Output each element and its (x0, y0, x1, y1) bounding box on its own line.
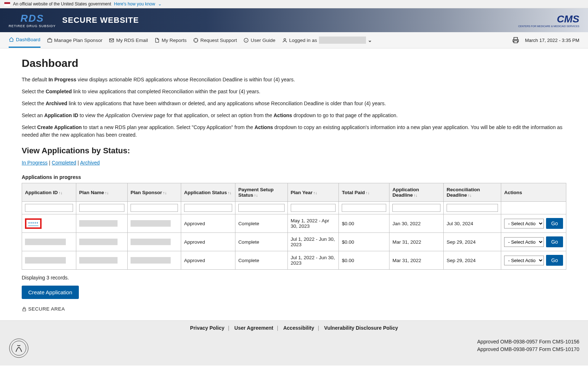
chevron-down-icon[interactable]: ⌄ (158, 1, 162, 7)
go-button[interactable]: Go (546, 218, 563, 229)
lock-icon (22, 307, 27, 312)
user-icon (282, 38, 287, 43)
view-by-status-heading: View Applications by Status: (22, 146, 566, 155)
main-content: Dashboard The default In Progress view d… (0, 48, 588, 320)
mail-icon (109, 38, 114, 43)
page-title: Dashboard (22, 57, 566, 69)
cms-logo: CMS CENTERS FOR MEDICARE & MEDICAID SERV… (518, 13, 579, 27)
plan-sponsor-redacted (131, 220, 171, 227)
rds-logo: RDS RETIREE DRUG SUBSIDY (9, 13, 56, 28)
sort-icon: ↑↓ (468, 193, 472, 197)
select-action[interactable]: - Select Action - (504, 256, 544, 265)
plan-name-redacted (79, 239, 118, 245)
us-flag-icon (4, 2, 10, 6)
cell-application-deadline: Mar 31, 2022 (389, 251, 444, 270)
application-id-link[interactable]: ***** (28, 221, 38, 226)
col-plan-year[interactable]: Plan Year↑↓ (287, 183, 339, 202)
filter-total-paid[interactable] (342, 204, 386, 212)
chevron-down-icon[interactable]: ⌄ (368, 37, 372, 43)
nav-logged-in[interactable]: Logged in as ⌄ (282, 32, 372, 48)
filter-payment-status[interactable] (238, 204, 285, 212)
table-row: *****ApprovedCompleteMay 1, 2022 - Apr 3… (22, 214, 566, 233)
go-button[interactable]: Go (546, 236, 563, 247)
gov-banner: An official website of the United States… (0, 0, 588, 8)
go-button[interactable]: Go (546, 255, 563, 266)
filter-plan-sponsor[interactable] (131, 204, 178, 212)
col-plan-sponsor[interactable]: Plan Sponsor↑↓ (128, 183, 181, 202)
gov-banner-link[interactable]: Here's how you know (114, 1, 155, 7)
nav-dashboard[interactable]: DashBoard (9, 33, 41, 48)
svg-point-5 (9, 339, 28, 358)
table-row: ApprovedCompleteJul 1, 2022 - Jun 30, 20… (22, 233, 566, 251)
application-id-highlight: ***** (25, 218, 42, 229)
link-user-agreement[interactable]: User Agreement (234, 325, 273, 331)
col-reconciliation-deadline[interactable]: Reconciliation Deadline↑↓ (443, 183, 501, 202)
col-actions: Actions (501, 183, 566, 202)
filter-reconciliation-deadline[interactable] (447, 204, 498, 212)
col-total-paid[interactable]: Total Paid↑↓ (339, 183, 389, 202)
plan-sponsor-redacted (131, 257, 171, 264)
sort-icon: ↑↓ (254, 193, 258, 197)
footer-bottom: Approved OMB-0938-0957 Form CMS-10156 Ap… (0, 335, 588, 366)
records-count: Displaying 3 records. (22, 275, 566, 281)
briefcase-icon (47, 38, 52, 43)
nav-bar: DashBoard Manage Plan Sponsor My RDS Ema… (0, 32, 588, 48)
col-application-id[interactable]: Application ID↑↓ (22, 183, 76, 202)
sort-icon: ↑↓ (366, 191, 370, 195)
svg-rect-0 (47, 39, 51, 42)
nav-my-rds-email[interactable]: My RDS Email (109, 33, 148, 47)
filter-plan-name[interactable] (79, 204, 124, 212)
filter-application-id[interactable] (25, 204, 73, 212)
home-icon (9, 37, 14, 42)
status-links: In Progress | Completed | Archived (22, 160, 566, 166)
sort-icon: ↑↓ (313, 191, 317, 195)
col-application-deadline[interactable]: Application Deadline↑↓ (389, 183, 444, 202)
cell-reconciliation-deadline: Sep 29, 2024 (443, 233, 501, 251)
select-action[interactable]: - Select Action - (504, 237, 544, 247)
application-id-redacted (25, 257, 66, 264)
cell-total-paid: $0.00 (339, 233, 389, 251)
col-payment-status[interactable]: Payment Setup Status↑↓ (235, 183, 287, 202)
gov-banner-text: An official website of the United States… (13, 1, 111, 7)
nav-user-guide[interactable]: User Guide (243, 33, 275, 47)
filter-application-status[interactable] (184, 204, 232, 212)
nav-my-reports[interactable]: My Reports (154, 33, 187, 47)
cell-payment-status: Complete (235, 251, 287, 270)
hhs-seal-icon (9, 338, 29, 358)
link-in-progress[interactable]: In Progress (22, 160, 48, 166)
cell-payment-status: Complete (235, 214, 287, 233)
svg-point-3 (284, 38, 286, 40)
timestamp: March 17, 2022 - 3:35 PM (525, 38, 579, 43)
filter-plan-year[interactable] (291, 204, 336, 212)
nav-request-support[interactable]: Request Support (193, 33, 237, 47)
cell-application-status: Approved (181, 251, 235, 270)
sort-icon: ↑↓ (163, 191, 167, 195)
logged-in-user-redacted (319, 37, 366, 44)
plan-sponsor-redacted (131, 239, 171, 245)
applications-table: Application ID↑↓ Plan Name↑↓ Plan Sponso… (22, 183, 566, 270)
svg-rect-4 (23, 309, 26, 311)
link-vulnerability-disclosure[interactable]: Vulnerability Disclosure Policy (324, 325, 398, 331)
filter-application-deadline[interactable] (392, 204, 440, 212)
create-application-button[interactable]: Create Application (22, 286, 79, 299)
instructions: The default In Progress view displays ac… (22, 76, 566, 139)
support-icon (193, 38, 199, 43)
svg-point-6 (12, 341, 26, 355)
cell-application-deadline: Jan 30, 2022 (389, 214, 444, 233)
link-privacy-policy[interactable]: Privacy Policy (190, 325, 225, 331)
secure-website-title: SECURE WEBSITE (62, 16, 139, 25)
col-application-status[interactable]: Application Status↑↓ (181, 183, 235, 202)
select-action[interactable]: - Select Action - (504, 219, 544, 228)
plan-name-redacted (79, 220, 118, 227)
application-id-redacted (25, 239, 66, 245)
link-archived[interactable]: Archived (80, 160, 99, 166)
link-completed[interactable]: Completed (52, 160, 76, 166)
document-icon (154, 38, 160, 43)
secure-area-label: SECURE AREA (22, 306, 566, 312)
col-plan-name[interactable]: Plan Name↑↓ (76, 183, 127, 202)
cell-application-deadline: Mar 31, 2022 (389, 233, 444, 251)
nav-manage-plan-sponsor[interactable]: Manage Plan Sponsor (47, 33, 103, 47)
print-icon[interactable] (512, 37, 519, 44)
filter-row (22, 202, 566, 214)
link-accessibility[interactable]: Accessibility (283, 325, 314, 331)
